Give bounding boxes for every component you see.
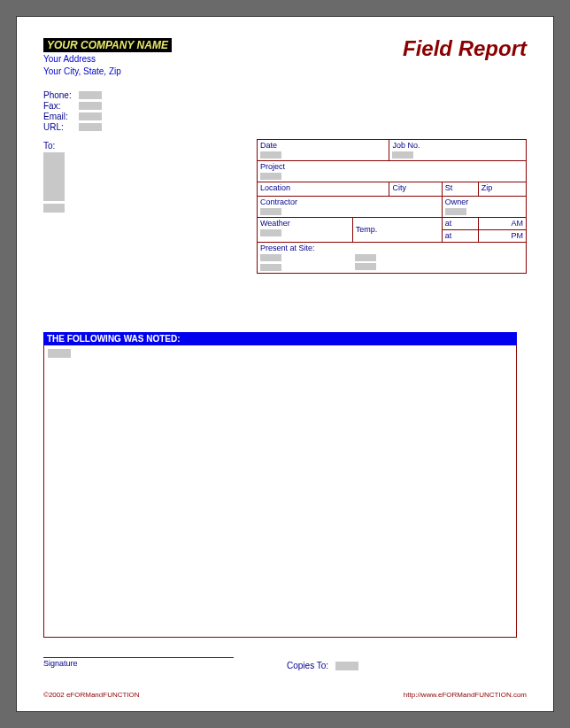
signature-label: Signature [43,659,527,668]
contractor-cell[interactable]: Contractor [258,197,443,218]
notes-box[interactable] [43,345,517,638]
company-csz: Your City, State, Zip [43,66,527,77]
at2-cell[interactable]: at [442,230,478,243]
am-label: AM [512,219,524,228]
copies-row: Copies To: [287,661,358,670]
jobno-label: Job No. [392,141,420,150]
date-label: Date [260,141,277,150]
at1-cell[interactable]: at [442,218,478,230]
footer-right: http://www.eFORMandFUNCTION.com [404,691,527,699]
zip-cell[interactable]: Zip [478,182,526,197]
phone-label: Phone: [43,90,79,100]
url-label: URL: [43,122,79,132]
signature-line [43,657,234,658]
url-field[interactable] [79,123,102,131]
city-label: City [392,183,406,192]
info-table: Date Job No. Project Location City St Zi… [257,139,527,274]
fax-label: Fax: [43,101,79,111]
location-cell[interactable]: Location [258,182,389,197]
owner-cell[interactable]: Owner [442,197,526,218]
notes-header: THE FOLLOWING WAS NOTED: [43,332,517,345]
owner-field[interactable] [445,208,466,215]
project-field[interactable] [260,173,281,180]
pm-cell: PM [478,230,526,243]
st-cell[interactable]: St [442,182,478,197]
to-field-2[interactable] [43,204,65,213]
at2-label: at [445,231,452,240]
location-label: Location [260,183,290,192]
date-field[interactable] [260,151,281,159]
jobno-field[interactable] [392,151,413,159]
project-label: Project [260,162,285,171]
contractor-field[interactable] [260,208,281,215]
phone-field[interactable] [79,91,102,99]
contact-block: Phone: Fax: Email: URL: [43,89,527,132]
owner-label: Owner [445,197,469,206]
weather-field[interactable] [260,229,281,236]
project-cell[interactable]: Project [258,161,527,182]
copies-field[interactable] [335,662,358,670]
present-field-1[interactable] [260,254,281,261]
fax-field[interactable] [79,102,102,110]
present-field-4[interactable] [355,263,376,270]
temp-cell[interactable]: Temp. [352,218,442,243]
present-label: Present at Site: [260,244,315,252]
present-field-2[interactable] [355,254,376,261]
email-field[interactable] [79,112,102,120]
weather-cell[interactable]: Weather [258,218,353,243]
footer-left: ©2002 eFORMandFUNCTION [43,691,140,699]
company-name: YOUR COMPANY NAME [43,38,172,52]
contractor-label: Contractor [260,197,297,206]
at1-label: at [445,219,452,228]
jobno-cell[interactable]: Job No. [389,140,527,161]
present-cell[interactable]: Present at Site: [258,243,527,274]
page: YOUR COMPANY NAME Your Address Your City… [16,16,554,712]
zip-label: Zip [481,183,493,192]
present-field-3[interactable] [260,264,281,271]
email-label: Email: [43,112,79,121]
date-cell[interactable]: Date [258,140,389,161]
notes-field[interactable] [48,349,71,358]
st-label: St [445,183,453,192]
city-cell[interactable]: City [389,182,442,197]
pm-label: PM [512,231,524,240]
weather-label: Weather [260,219,290,228]
document-title: Field Report [403,36,527,61]
to-field[interactable] [43,152,65,201]
copies-label: Copies To: [287,661,328,670]
am-cell: AM [478,218,526,230]
temp-label: Temp. [356,225,378,234]
